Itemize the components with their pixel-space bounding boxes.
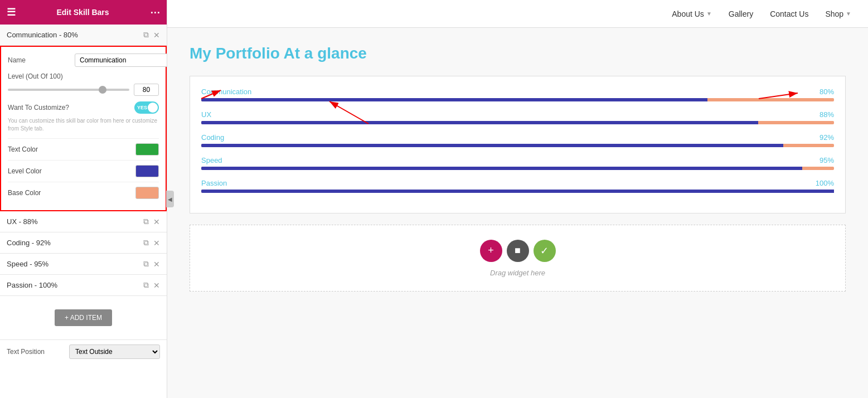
nav-shop[interactable]: Shop ▼ <box>825 9 851 18</box>
skill-bar-track-ux <box>201 121 834 124</box>
skill-bar-header-speed: Speed 95% <box>201 156 834 164</box>
skill-bars-container: Communication 80% UX 88% <box>190 76 846 213</box>
close-icon-ux[interactable]: ✕ <box>153 217 160 226</box>
drag-widget-section: + ■ ✓ Drag widget here <box>190 225 846 292</box>
left-panel: ☰ Edit Skill Bars ⋯ Communication - 80% … <box>0 0 167 398</box>
level-value-input[interactable] <box>134 84 159 96</box>
skill-item-label-coding: Coding - 92% <box>7 239 51 247</box>
nav-shop-label: Shop <box>825 9 843 18</box>
customize-label: Want To Customize? <box>8 104 69 111</box>
nav-about-us[interactable]: About Us ▼ <box>672 9 712 18</box>
text-position-select[interactable]: Text Outside Text Inside Text Above <box>69 344 160 359</box>
panel-header: ☰ Edit Skill Bars ⋯ <box>0 0 167 25</box>
widget-check-button[interactable]: ✓ <box>534 240 556 262</box>
hamburger-icon[interactable]: ☰ <box>7 6 16 18</box>
close-icon-passion[interactable]: ✕ <box>153 281 160 290</box>
skill-percent-ux: 88% <box>819 110 834 119</box>
level-slider[interactable] <box>8 89 129 91</box>
level-label: Level (Out Of 100) <box>8 72 159 80</box>
skill-percent-coding: 92% <box>819 133 834 142</box>
skill-bar-header-coding: Coding 92% <box>201 133 834 142</box>
skill-item-passion[interactable]: Passion - 100% ⧉ ✕ <box>0 275 167 296</box>
skill-item-actions-communication: ⧉ ✕ <box>143 30 160 40</box>
right-main: About Us ▼ Gallery Contact Us Shop ▼ My … <box>167 0 868 398</box>
skill-name-communication: Communication <box>201 88 251 96</box>
skill-item-speed[interactable]: Speed - 95% ⧉ ✕ <box>0 254 167 275</box>
text-color-row: Text Color <box>8 138 159 160</box>
name-input[interactable] <box>75 54 167 67</box>
drag-widget-text: Drag widget here <box>490 269 545 277</box>
name-field-row: Name <box>8 54 159 67</box>
duplicate-icon-passion[interactable]: ⧉ <box>143 280 149 290</box>
grid-icon[interactable]: ⋯ <box>150 6 160 18</box>
skill-item-label-passion: Passion - 100% <box>7 281 57 289</box>
content-area: My Portfolio At a glance <box>167 28 868 398</box>
customize-hint: You can customize this skill bar color f… <box>8 117 159 133</box>
skill-percent-speed: 95% <box>819 156 834 164</box>
skill-bar-track-speed <box>201 167 834 170</box>
level-color-label: Level Color <box>8 167 42 175</box>
customize-row: Want To Customize? YES <box>8 101 159 114</box>
duplicate-icon-speed[interactable]: ⧉ <box>143 259 149 269</box>
skill-bar-track-communication <box>201 98 834 101</box>
skill-bar-header-ux: UX 88% <box>201 110 834 119</box>
duplicate-icon-coding[interactable]: ⧉ <box>143 238 149 247</box>
panel-title: Edit Skill Bars <box>56 8 109 17</box>
text-position-label: Text Position <box>7 348 62 356</box>
add-item-button[interactable]: + ADD ITEM <box>55 309 112 326</box>
skill-name-ux: UX <box>201 110 211 119</box>
text-color-label: Text Color <box>8 145 38 153</box>
skill-bar-header-communication: Communication 80% <box>201 88 834 96</box>
skill-percent-passion: 100% <box>816 179 834 187</box>
skill-bar-row-coding: Coding 92% <box>201 133 834 147</box>
level-section: Level (Out Of 100) <box>8 72 159 96</box>
skill-item-ux[interactable]: UX - 88% ⧉ ✕ <box>0 211 167 232</box>
level-control <box>8 84 159 96</box>
skill-item-actions-ux: ⧉ ✕ <box>143 217 160 226</box>
collapse-handle[interactable]: ◀ <box>166 191 174 207</box>
nav-gallery-label: Gallery <box>729 9 753 18</box>
close-icon-coding[interactable]: ✕ <box>153 239 160 247</box>
text-color-swatch[interactable] <box>135 143 159 156</box>
skill-item-actions-passion: ⧉ ✕ <box>143 280 160 290</box>
add-widget-button[interactable]: + <box>480 240 502 262</box>
skill-name-coding: Coding <box>201 133 224 142</box>
skill-bar-row-ux: UX 88% <box>201 110 834 124</box>
text-position-row: Text Position Text Outside Text Inside T… <box>0 339 167 363</box>
skill-bar-fill-coding <box>201 144 783 147</box>
drag-widget-buttons: + ■ ✓ <box>480 240 556 262</box>
shop-dropdown-icon: ▼ <box>846 11 851 17</box>
name-label: Name <box>8 56 75 64</box>
nav-contact-us-label: Contact Us <box>770 9 808 18</box>
duplicate-icon-communication[interactable]: ⧉ <box>143 30 149 40</box>
skill-bar-fill-speed <box>201 167 802 170</box>
widget-square-button[interactable]: ■ <box>507 240 529 262</box>
skill-name-speed: Speed <box>201 156 222 164</box>
base-color-row: Base Color <box>8 182 159 203</box>
skill-bar-row-communication: Communication 80% <box>201 88 834 101</box>
expanded-section: Name Level (Out Of 100) Want To Customiz… <box>0 46 167 211</box>
level-color-swatch[interactable] <box>135 165 159 177</box>
top-nav: About Us ▼ Gallery Contact Us Shop ▼ <box>167 0 868 28</box>
toggle-knob <box>148 103 158 113</box>
skill-item-coding[interactable]: Coding - 92% ⧉ ✕ <box>0 232 167 254</box>
nav-contact-us[interactable]: Contact Us <box>770 9 808 18</box>
toggle-yes-label: YES <box>137 105 147 110</box>
base-color-swatch[interactable] <box>135 187 159 199</box>
skill-name-passion: Passion <box>201 179 227 187</box>
close-icon-communication[interactable]: ✕ <box>153 31 160 40</box>
customize-toggle[interactable]: YES <box>134 101 159 114</box>
skill-item-label-ux: UX - 88% <box>7 217 38 226</box>
about-us-dropdown-icon: ▼ <box>706 11 712 17</box>
skill-item-communication[interactable]: Communication - 80% ⧉ ✕ <box>0 25 167 46</box>
skill-item-label-speed: Speed - 95% <box>7 260 49 268</box>
skill-bar-fill-passion <box>201 190 834 193</box>
skill-bar-fill-communication <box>201 98 707 101</box>
skill-bar-row-speed: Speed 95% <box>201 156 834 170</box>
nav-gallery[interactable]: Gallery <box>729 9 753 18</box>
duplicate-icon-ux[interactable]: ⧉ <box>143 217 149 226</box>
close-icon-speed[interactable]: ✕ <box>153 260 160 269</box>
portfolio-title: My Portfolio At a glance <box>190 45 846 62</box>
skill-item-label-communication: Communication - 80% <box>7 31 78 39</box>
level-color-row: Level Color <box>8 160 159 182</box>
